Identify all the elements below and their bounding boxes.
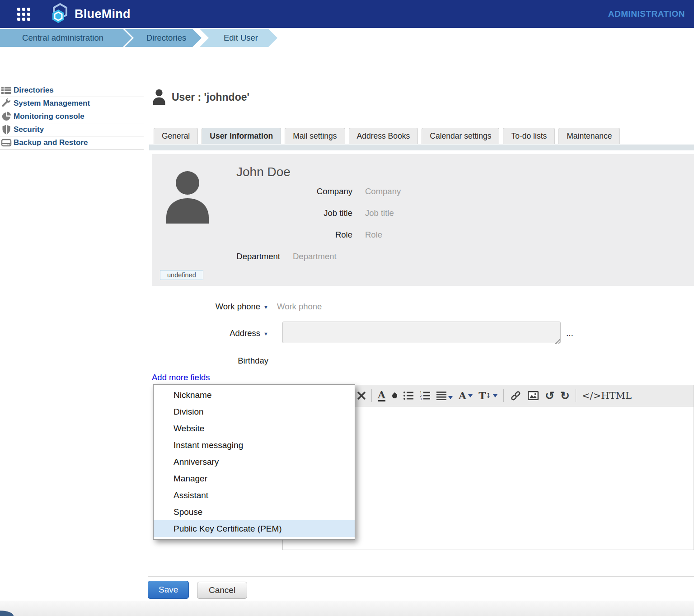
display-name: John Doe [236, 165, 291, 179]
department-row: Department [190, 252, 442, 261]
company-row: Company [262, 187, 514, 196]
bullet-list-icon[interactable] [403, 391, 414, 401]
breadcrumb-directories[interactable]: Directories [125, 29, 202, 47]
job-title-row: Job title [262, 208, 514, 218]
job-title-label: Job title [262, 208, 352, 218]
redo-icon[interactable]: ↻ [560, 390, 570, 401]
page-header: User : 'johndoe' [151, 88, 249, 107]
address-field[interactable] [282, 322, 561, 343]
profile-card: John Doe Company Job title Role Departme… [152, 154, 694, 286]
breadcrumb-edit-user: Edit User [200, 29, 277, 47]
tab-mail-settings[interactable]: Mail settings [285, 128, 345, 144]
drive-icon [1, 138, 12, 148]
work-phone-label: Work phone▼ [148, 302, 268, 312]
menu-item-manager[interactable]: Manager [154, 470, 355, 487]
address-row: Address▼ ... [148, 322, 573, 345]
font-menu-icon[interactable]: A [459, 391, 473, 401]
menu-item-public-key-certificate[interactable]: Public Key Certificate (PEM) [154, 520, 355, 537]
sidebar-item-system-management[interactable]: System Management [0, 97, 144, 110]
avatar [160, 167, 215, 227]
address-label: Address▼ [148, 328, 268, 338]
sidebar-item-directories[interactable]: Directories [0, 84, 144, 97]
tab-maintenance[interactable]: Maintenance [558, 128, 620, 144]
company-field[interactable] [365, 187, 514, 196]
chevron-down-icon [468, 394, 473, 397]
tab-underline-strip [149, 145, 694, 150]
work-phone-type-caret-icon[interactable]: ▼ [263, 304, 268, 310]
sidebar-item-label: Directories [14, 86, 54, 95]
tab-address-books[interactable]: Address Books [349, 128, 418, 144]
tab-todo-lists[interactable]: To-do lists [503, 128, 555, 144]
menu-item-assistant[interactable]: Assistant [154, 487, 355, 504]
menu-item-nickname[interactable]: Nickname [154, 387, 355, 403]
footer-divider [148, 576, 694, 577]
html-source-icon[interactable]: </>HTML [582, 390, 632, 401]
menu-item-division[interactable]: Division [154, 403, 355, 420]
tab-bar: General User Information Mail settings A… [154, 128, 620, 144]
role-row: Role [262, 230, 514, 240]
sidebar-item-label: Security [14, 125, 44, 134]
toolbar-separator [371, 389, 372, 402]
app-grid-icon[interactable] [17, 8, 30, 21]
tab-general[interactable]: General [154, 128, 198, 144]
cancel-button[interactable]: Cancel [197, 582, 247, 599]
administration-label: ADMINISTRATION [608, 9, 685, 19]
work-phone-field[interactable] [277, 302, 426, 312]
text-color-icon[interactable]: A [378, 390, 385, 401]
menu-item-website[interactable]: Website [154, 420, 355, 437]
wrench-icon [1, 98, 12, 109]
svg-text:3: 3 [420, 397, 422, 401]
chevron-down-icon [448, 396, 453, 399]
numbered-list-icon[interactable]: 123 [420, 391, 431, 401]
bluemind-logo-icon [49, 2, 70, 26]
job-title-field[interactable] [365, 208, 514, 218]
menu-item-anniversary[interactable]: Anniversary [154, 453, 355, 470]
brand-name: BlueMind [75, 7, 131, 21]
add-more-fields-link[interactable]: Add more fields [152, 373, 210, 383]
align-menu-icon[interactable] [436, 391, 453, 400]
brand-logo[interactable]: BlueMind [49, 2, 131, 26]
user-icon [151, 88, 167, 107]
birthday-label: Birthday [148, 356, 268, 366]
undo-icon[interactable]: ↺ [545, 390, 554, 401]
toolbar-separator [503, 389, 504, 402]
sidebar-item-label: Backup and Restore [14, 138, 88, 147]
save-button[interactable]: Save [148, 581, 189, 599]
tab-user-information[interactable]: User Information [202, 128, 281, 144]
insert-image-icon[interactable] [527, 391, 539, 401]
menu-item-spouse[interactable]: Spouse [154, 504, 355, 520]
remove-format-icon[interactable] [357, 392, 366, 400]
sidebar-item-monitoring-console[interactable]: Monitoring console [0, 110, 144, 123]
role-label: Role [262, 230, 352, 240]
list-icon [1, 85, 12, 95]
chevron-down-icon [493, 394, 497, 397]
work-phone-row: Work phone▼ [148, 302, 426, 312]
menu-item-instant-messaging[interactable]: Instant messaging [154, 437, 355, 453]
breadcrumb: Central administration Directories Edit … [0, 29, 694, 47]
page-title: User : 'johndoe' [172, 91, 249, 103]
insert-link-icon[interactable] [510, 390, 521, 401]
add-fields-dropdown: Nickname Division Website Instant messag… [153, 384, 355, 540]
sidebar: Directories System Management Monitoring… [0, 84, 144, 149]
top-bar: BlueMind ADMINISTRATION [0, 0, 694, 28]
text-size-menu-icon[interactable]: T↕ [478, 391, 497, 401]
address-type-caret-icon[interactable]: ▼ [263, 331, 268, 336]
sidebar-item-security[interactable]: Security [0, 123, 144, 136]
sidebar-item-label: System Management [14, 99, 90, 108]
company-label: Company [262, 187, 352, 196]
toolbar-separator [576, 389, 576, 402]
department-field[interactable] [293, 252, 442, 261]
sidebar-item-label: Monitoring console [14, 112, 84, 121]
role-field[interactable] [365, 230, 514, 240]
tab-calendar-settings[interactable]: Calendar settings [422, 128, 499, 144]
department-label: Department [190, 252, 280, 261]
address-expand-button[interactable]: ... [566, 328, 573, 338]
sidebar-item-backup-restore[interactable]: Backup and Restore [0, 136, 144, 149]
breadcrumb-central-administration[interactable]: Central administration [0, 29, 132, 47]
footer-gradient [0, 601, 694, 616]
highlight-color-icon[interactable] [391, 393, 397, 398]
shield-icon [1, 124, 12, 135]
pie-chart-icon [1, 111, 12, 122]
status-badge: undefined [160, 270, 203, 280]
